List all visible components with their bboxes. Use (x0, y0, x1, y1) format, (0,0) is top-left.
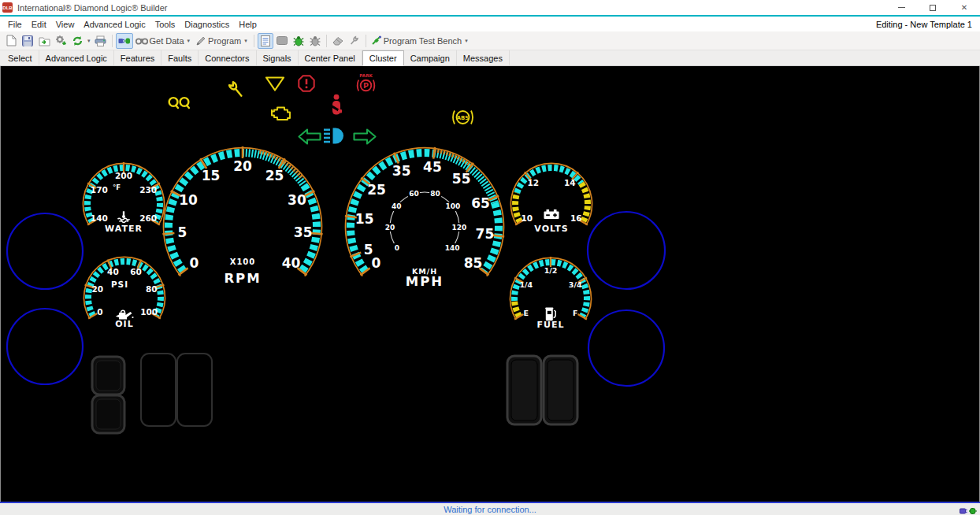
connection-status-icon (960, 505, 977, 515)
refresh-button[interactable] (69, 33, 85, 49)
pencil-icon (195, 35, 206, 46)
panel-icon (277, 36, 288, 45)
svg-text:20: 20 (91, 284, 103, 294)
svg-text:100: 100 (140, 307, 158, 317)
wrench-tool-button[interactable] (347, 33, 362, 49)
cluster-slot-outline (177, 354, 212, 426)
program-button[interactable]: Program▾ (194, 33, 251, 49)
menu-file[interactable]: File (3, 18, 27, 31)
menu-help[interactable]: Help (234, 18, 262, 31)
test-bench-button[interactable]: Program Test Bench▾ (369, 33, 471, 49)
save-button[interactable] (20, 33, 35, 49)
svg-text:100: 100 (445, 202, 460, 210)
seatbelt-indicator-icon (330, 94, 343, 115)
svg-text:40: 40 (282, 255, 301, 271)
toolbar-separator (112, 35, 113, 47)
cluster-slot-outline (141, 354, 176, 426)
report-button[interactable] (258, 33, 273, 49)
svg-text:12: 12 (527, 178, 539, 187)
svg-text:120: 120 (452, 224, 467, 232)
get-data-caret-icon: ▾ (186, 38, 192, 44)
gauge-oil: 020406080100OILPSI (84, 257, 165, 328)
export-tools-button[interactable] (53, 33, 69, 49)
get-data-button[interactable]: Get Data▾ (134, 33, 194, 49)
svg-text:140: 140 (445, 244, 460, 252)
import-button[interactable] (36, 33, 52, 49)
minimize-button[interactable] (885, 0, 917, 15)
tab-features[interactable]: Features (114, 50, 161, 65)
svg-text:40: 40 (392, 202, 402, 210)
debug-secondary-button[interactable] (307, 33, 323, 49)
cluster-pad-button[interactable] (507, 356, 541, 424)
bug-gray-icon (310, 35, 321, 46)
svg-text:25: 25 (367, 182, 386, 198)
park-brake-indicator-icon: PARKP (358, 73, 375, 91)
bezel-circle (7, 213, 83, 289)
window-title: International® Diamond Logic® Builder (17, 3, 167, 13)
print-button[interactable] (93, 33, 109, 49)
bezel-circle (7, 309, 83, 384)
tab-select[interactable]: Select (2, 50, 39, 65)
cluster-key-button[interactable] (92, 357, 124, 395)
gauge-rpm: 0510152025303540X100RPM (162, 146, 322, 286)
svg-text:75: 75 (476, 226, 495, 242)
svg-text:25: 25 (265, 168, 284, 183)
tab-cluster[interactable]: Cluster (362, 50, 404, 66)
tab-advanced-logic[interactable]: Advanced Logic (39, 50, 114, 65)
gauge-water: 140170200230260WATER°F (84, 162, 165, 234)
svg-text:80: 80 (430, 190, 440, 198)
abs-indicator-icon: ABS (453, 111, 473, 124)
program-caret-icon: ▾ (243, 38, 249, 44)
warning-triangle-indicator-icon (266, 78, 284, 91)
svg-text:VOLTS: VOLTS (534, 224, 568, 234)
debug-button[interactable] (291, 33, 306, 49)
eraser-icon (332, 36, 343, 46)
app-icon: DLB (2, 2, 13, 13)
svg-text:10: 10 (179, 192, 198, 208)
tab-center-panel[interactable]: Center Panel (299, 50, 362, 65)
tab-signals[interactable]: Signals (257, 50, 299, 65)
svg-text:30: 30 (288, 192, 306, 208)
test-bench-caret-icon: ▾ (463, 38, 470, 44)
close-button[interactable]: ✕ (948, 0, 980, 15)
cluster-pad-button[interactable] (544, 356, 577, 424)
svg-text:E: E (524, 309, 529, 317)
maximize-icon (930, 5, 936, 11)
svg-text:15: 15 (202, 168, 221, 183)
binoculars-icon (135, 36, 148, 45)
test-bench-label: Program Test Bench (382, 36, 463, 46)
tab-faults[interactable]: Faults (161, 50, 199, 65)
cluster-canvas[interactable]: 140170200230260WATER°F020406080100OILPSI… (0, 66, 980, 502)
svg-text:5: 5 (364, 242, 373, 258)
coolant-icon (118, 211, 130, 222)
menu-tools[interactable]: Tools (150, 18, 180, 31)
svg-text:0: 0 (395, 244, 399, 252)
refresh-caret-icon[interactable]: ▾ (86, 38, 92, 44)
tab-connectors[interactable]: Connectors (199, 50, 256, 65)
eraser-button[interactable] (330, 33, 346, 49)
turn-left-indicator-icon (299, 130, 321, 144)
svg-text:15: 15 (355, 211, 374, 227)
panel-button[interactable] (274, 33, 290, 49)
cluster-key-button[interactable] (92, 395, 124, 433)
check-engine-indicator-icon (272, 108, 290, 120)
minimize-icon (898, 7, 905, 8)
report-icon (261, 35, 270, 46)
svg-text:1/2: 1/2 (544, 266, 558, 275)
menu-advanced-logic[interactable]: Advanced Logic (79, 18, 150, 31)
svg-text:PARK: PARK (359, 73, 373, 78)
maximize-button[interactable] (917, 0, 948, 15)
svg-text:P: P (363, 81, 369, 90)
menu-view[interactable]: View (51, 18, 80, 31)
tab-messages[interactable]: Messages (457, 50, 510, 65)
menu-edit[interactable]: Edit (27, 18, 51, 31)
svg-text:ABS: ABS (457, 115, 469, 121)
tab-campaign[interactable]: Campaign (404, 50, 457, 65)
new-document-button[interactable] (3, 33, 19, 49)
get-data-label: Get Data (148, 36, 186, 46)
connect-button[interactable] (116, 33, 133, 49)
turn-right-indicator-icon (355, 130, 376, 144)
menu-diagnostics[interactable]: Diagnostics (180, 18, 234, 31)
high-beam-indicator-icon (324, 128, 343, 144)
svg-text:60: 60 (409, 190, 419, 198)
